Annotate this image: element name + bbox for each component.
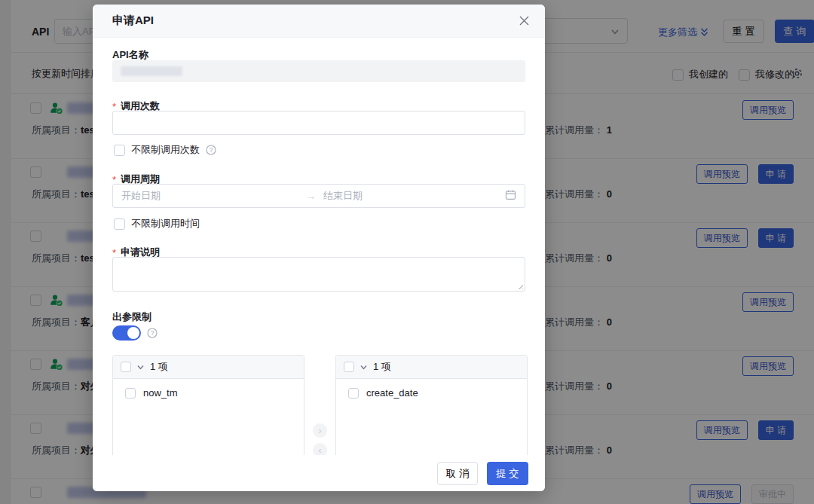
svg-text:?: ? xyxy=(210,146,213,154)
apply-api-modal: 申请API API名称 调用次数 不限制调用次数 ? 调用周期 开始日期 → 结… xyxy=(93,5,545,491)
submit-button[interactable]: 提 交 xyxy=(487,462,528,485)
item-checkbox[interactable] xyxy=(125,388,136,399)
select-all-checkbox[interactable] xyxy=(344,362,354,372)
api-name-input xyxy=(112,60,525,82)
unlimited-time-checkbox[interactable] xyxy=(114,218,125,230)
move-right-button[interactable]: › xyxy=(313,423,327,438)
question-circle-icon[interactable]: ? xyxy=(206,145,216,155)
item-label: now_tm xyxy=(143,387,178,399)
chevron-down-icon[interactable] xyxy=(360,363,368,371)
unlimited-count-label: 不限制调用次数 xyxy=(131,143,200,157)
start-date-placeholder[interactable]: 开始日期 xyxy=(121,189,306,203)
end-date-placeholder[interactable]: 结束日期 xyxy=(323,189,505,203)
transfer-source-header: 1 项 xyxy=(113,356,304,379)
transfer-arrows: › ‹ xyxy=(313,423,327,457)
chevron-down-icon[interactable] xyxy=(136,363,145,371)
unlimited-time-option[interactable]: 不限制调用时间 xyxy=(114,217,200,231)
range-arrow: → xyxy=(306,191,316,202)
target-count-label: 1 项 xyxy=(373,360,391,374)
calendar-icon xyxy=(505,189,516,203)
transfer-item[interactable]: create_date xyxy=(336,379,527,399)
api-name-value-redacted xyxy=(121,66,182,76)
modal-header: 申请API xyxy=(93,5,545,38)
item-checkbox[interactable] xyxy=(348,388,359,399)
question-circle-icon[interactable]: ? xyxy=(147,328,158,338)
unlimited-count-option[interactable]: 不限制调用次数 ? xyxy=(114,143,216,157)
output-limit-toggle[interactable] xyxy=(112,325,141,341)
transfer-item[interactable]: now_tm xyxy=(113,379,304,399)
close-icon[interactable] xyxy=(519,15,530,29)
resize-handle[interactable] xyxy=(516,283,523,289)
call-count-input[interactable] xyxy=(112,111,525,135)
modal-title: 申请API xyxy=(112,14,154,28)
cancel-button[interactable]: 取 消 xyxy=(437,462,478,485)
output-limit-label: 出参限制 xyxy=(112,310,151,324)
transfer-target-header: 1 项 xyxy=(336,356,527,379)
transfer-target-panel: 1 项 create_date xyxy=(335,355,528,469)
toggle-knob xyxy=(127,327,139,339)
source-count-label: 1 项 xyxy=(150,360,168,374)
unlimited-time-label: 不限制调用时间 xyxy=(131,217,200,231)
select-all-checkbox[interactable] xyxy=(121,362,131,372)
transfer-source-panel: 1 项 now_tm xyxy=(112,355,304,469)
page: API 输入API名称 更多筛选 重 置 查 询 按更新时间排序 我创建的 我修… xyxy=(0,0,814,504)
date-range-picker[interactable]: 开始日期 → 结束日期 xyxy=(112,184,525,208)
svg-text:?: ? xyxy=(151,329,155,337)
item-label: create_date xyxy=(366,387,418,399)
unlimited-count-checkbox[interactable] xyxy=(114,145,125,156)
apply-note-textarea[interactable] xyxy=(112,257,525,292)
modal-footer: 取 消 提 交 xyxy=(93,455,545,491)
